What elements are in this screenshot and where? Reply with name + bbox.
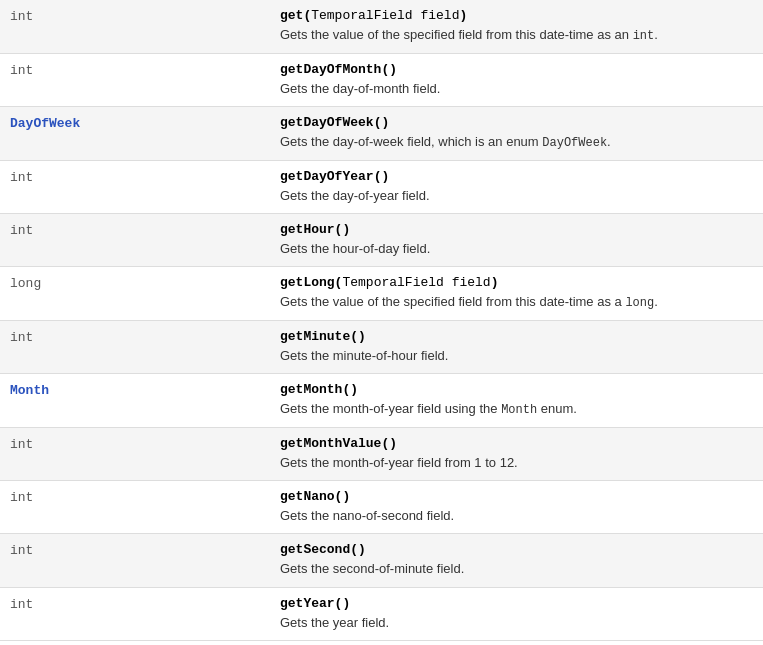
method-signature[interactable]: getLong(TemporalField field) xyxy=(280,275,753,290)
method-cell: getMonthValue()Gets the month-of-year fi… xyxy=(270,427,763,480)
table-row: MonthgetMonth()Gets the month-of-year fi… xyxy=(0,374,763,428)
type-value: int xyxy=(10,543,33,558)
method-description: Gets the day-of-week field, which is an … xyxy=(280,133,753,152)
type-cell: int xyxy=(0,0,270,53)
method-cell: getLong(TemporalField field)Gets the val… xyxy=(270,267,763,321)
type-value: int xyxy=(10,330,33,345)
table-row: intgetNano()Gets the nano-of-second fiel… xyxy=(0,481,763,534)
type-cell: long xyxy=(0,267,270,321)
table-row: intgetHour()Gets the hour-of-day field. xyxy=(0,213,763,266)
method-description: Gets the value of the specified field fr… xyxy=(280,26,753,45)
method-description: Gets the month-of-year field from 1 to 1… xyxy=(280,454,753,472)
type-value: DayOfWeek xyxy=(10,116,80,131)
method-description: Gets the nano-of-second field. xyxy=(280,507,753,525)
method-signature[interactable]: getDayOfWeek() xyxy=(280,115,753,130)
method-cell: getYear()Gets the year field. xyxy=(270,587,763,640)
table-row: longgetLong(TemporalField field)Gets the… xyxy=(0,267,763,321)
method-signature[interactable]: getDayOfYear() xyxy=(280,169,753,184)
method-signature[interactable]: getMinute() xyxy=(280,329,753,344)
table-row: intget(TemporalField field)Gets the valu… xyxy=(0,0,763,53)
method-cell: getNano()Gets the nano-of-second field. xyxy=(270,481,763,534)
table-row: intgetSecond()Gets the second-of-minute … xyxy=(0,534,763,587)
method-cell: getDayOfWeek()Gets the day-of-week field… xyxy=(270,106,763,160)
method-signature[interactable]: getYear() xyxy=(280,596,753,611)
method-description: Gets the second-of-minute field. xyxy=(280,560,753,578)
table-row: intgetYear()Gets the year field. xyxy=(0,587,763,640)
type-value: int xyxy=(10,9,33,24)
method-description: Gets the year field. xyxy=(280,614,753,632)
type-cell: int xyxy=(0,213,270,266)
method-description: Gets the day-of-month field. xyxy=(280,80,753,98)
type-value: int xyxy=(10,437,33,452)
method-description: Gets the value of the specified field fr… xyxy=(280,293,753,312)
method-description: Gets the day-of-year field. xyxy=(280,187,753,205)
type-value: int xyxy=(10,597,33,612)
method-cell: get(TemporalField field)Gets the value o… xyxy=(270,0,763,53)
type-cell: int xyxy=(0,481,270,534)
method-signature[interactable]: getMonth() xyxy=(280,382,753,397)
method-signature[interactable]: getHour() xyxy=(280,222,753,237)
method-cell: getDayOfMonth()Gets the day-of-month fie… xyxy=(270,53,763,106)
api-methods-table: intget(TemporalField field)Gets the valu… xyxy=(0,0,763,641)
table-row: intgetMonthValue()Gets the month-of-year… xyxy=(0,427,763,480)
type-value: int xyxy=(10,170,33,185)
type-value: long xyxy=(10,276,41,291)
table-row: intgetDayOfYear()Gets the day-of-year fi… xyxy=(0,160,763,213)
type-cell: int xyxy=(0,427,270,480)
type-cell: Month xyxy=(0,374,270,428)
table-row: intgetDayOfMonth()Gets the day-of-month … xyxy=(0,53,763,106)
table-row: DayOfWeekgetDayOfWeek()Gets the day-of-w… xyxy=(0,106,763,160)
type-cell: int xyxy=(0,587,270,640)
method-description: Gets the minute-of-hour field. xyxy=(280,347,753,365)
method-signature[interactable]: getNano() xyxy=(280,489,753,504)
type-value: Month xyxy=(10,383,49,398)
method-cell: getHour()Gets the hour-of-day field. xyxy=(270,213,763,266)
table-row: intgetMinute()Gets the minute-of-hour fi… xyxy=(0,320,763,373)
method-cell: getMinute()Gets the minute-of-hour field… xyxy=(270,320,763,373)
method-signature[interactable]: getMonthValue() xyxy=(280,436,753,451)
type-value: int xyxy=(10,490,33,505)
method-description: Gets the month-of-year field using the M… xyxy=(280,400,753,419)
method-description: Gets the hour-of-day field. xyxy=(280,240,753,258)
method-cell: getDayOfYear()Gets the day-of-year field… xyxy=(270,160,763,213)
method-signature[interactable]: getDayOfMonth() xyxy=(280,62,753,77)
type-cell: int xyxy=(0,320,270,373)
method-cell: getMonth()Gets the month-of-year field u… xyxy=(270,374,763,428)
method-cell: getSecond()Gets the second-of-minute fie… xyxy=(270,534,763,587)
method-signature[interactable]: getSecond() xyxy=(280,542,753,557)
type-cell: int xyxy=(0,53,270,106)
type-cell: DayOfWeek xyxy=(0,106,270,160)
type-cell: int xyxy=(0,534,270,587)
type-value: int xyxy=(10,63,33,78)
type-value: int xyxy=(10,223,33,238)
type-cell: int xyxy=(0,160,270,213)
method-signature[interactable]: get(TemporalField field) xyxy=(280,8,753,23)
